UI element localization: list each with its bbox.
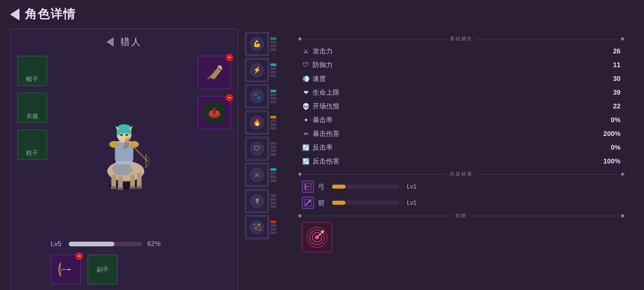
counter-dmg-value: 100% xyxy=(603,157,621,165)
mastery-label: 武器精通 xyxy=(450,171,473,177)
skill-item-4: 🔥 xyxy=(245,110,282,135)
skill-bar xyxy=(270,194,276,197)
skills-section-header: 技能 xyxy=(299,213,624,219)
skills-line-left xyxy=(305,216,452,216)
svg-text:🔥: 🔥 xyxy=(253,118,261,126)
mastery-row-arrow: 箭 Lv1 xyxy=(302,197,621,209)
skill-bar xyxy=(270,149,276,152)
back-button[interactable] xyxy=(10,8,19,20)
skill-bar xyxy=(270,101,276,103)
svg-rect-2 xyxy=(111,175,116,188)
skill-bar xyxy=(270,41,276,44)
stat-row-speed: 💨 速度 30 xyxy=(302,73,621,85)
skill-icon-4[interactable]: 🔥 xyxy=(245,110,269,135)
counter-rate-icon: 🔄 xyxy=(302,144,310,151)
skills-line-right xyxy=(470,216,618,216)
skill-bars-8 xyxy=(270,221,276,234)
skill-bar xyxy=(270,168,276,171)
skill-icon-1[interactable]: 💪 xyxy=(245,32,269,56)
weapon-slots: − − xyxy=(198,56,231,130)
weapon-slot-1[interactable]: − xyxy=(198,56,231,89)
mastery-diamond-left xyxy=(298,172,302,176)
level-bar-fill xyxy=(69,242,114,246)
skill-bar xyxy=(270,179,276,182)
skills-diamond-left xyxy=(298,214,302,218)
hate-icon: 💀 xyxy=(302,103,310,110)
skill-icon-6[interactable]: ⚔ xyxy=(245,163,269,187)
svg-point-17 xyxy=(120,134,123,136)
level-percent: 62% xyxy=(147,240,161,248)
svg-rect-6 xyxy=(111,186,117,189)
svg-text:🛡: 🛡 xyxy=(254,145,260,152)
skill-bar xyxy=(270,37,276,40)
level-row: Lv5 62% xyxy=(17,240,231,248)
stat-row-attack: ⚔ 攻击力 26 xyxy=(302,45,621,57)
offhand-label: 副手 xyxy=(97,265,109,274)
svg-rect-3 xyxy=(118,176,123,189)
svg-text:🏹: 🏹 xyxy=(253,223,261,231)
mastery-bow-level: Lv1 xyxy=(403,183,417,190)
speed-value: 30 xyxy=(613,75,621,83)
skill-bar xyxy=(270,153,276,156)
crit-dmg-value: 200% xyxy=(603,130,621,138)
attack-name: 攻击力 xyxy=(313,47,333,56)
character-name: 猎人 xyxy=(120,36,142,48)
stat-left-counter-dmg: 🔃 反击伤害 xyxy=(302,157,339,166)
speed-name: 速度 xyxy=(313,74,326,83)
bottom-slots: − 副手 xyxy=(17,254,231,285)
main-content: 猎人 帽子 衣服 鞋子 xyxy=(0,29,644,290)
stat-row-hp: ❤ 生命上限 39 xyxy=(302,87,621,98)
skill-bar xyxy=(270,45,276,47)
svg-rect-4 xyxy=(130,175,135,188)
skills-diamond-right xyxy=(621,214,624,218)
svg-text:💪: 💪 xyxy=(253,40,261,48)
level-label: Lv5 xyxy=(51,240,64,248)
character-panel: 猎人 帽子 衣服 鞋子 xyxy=(10,29,238,290)
skill-bar xyxy=(270,205,276,208)
skill-bar xyxy=(270,63,276,66)
skill-bar xyxy=(270,119,276,122)
skill-bar xyxy=(270,127,276,130)
skill-icon-5[interactable]: 🛡 xyxy=(245,137,269,161)
stat-row-counter-dmg: 🔃 反击伤害 100% xyxy=(302,155,621,167)
section-diamond-right xyxy=(621,37,624,41)
crit-rate-value: 0% xyxy=(611,116,621,124)
stat-left-crit-dmg: ✂ 暴击伤害 xyxy=(302,129,339,138)
hp-name: 生命上限 xyxy=(313,88,339,97)
char-prev-button[interactable] xyxy=(106,37,114,47)
header: 角色详情 xyxy=(0,0,644,29)
speed-icon: 💨 xyxy=(302,75,310,83)
skill-bar xyxy=(270,93,276,96)
stat-left-attack: ⚔ 攻击力 xyxy=(302,47,333,56)
weapon-slot-2[interactable]: − xyxy=(198,96,231,130)
skill-bar xyxy=(270,198,276,201)
skill-bars-6 xyxy=(270,168,276,182)
skill-icon-3[interactable]: 🐾 xyxy=(245,84,269,108)
hate-value: 22 xyxy=(613,102,621,110)
weapon-remove-badge-1[interactable]: − xyxy=(226,54,233,61)
section-diamond-left xyxy=(298,37,302,41)
mastery-bow-icon xyxy=(302,181,314,193)
mastery-arrow-level: Lv1 xyxy=(403,199,417,206)
counter-rate-name: 反击率 xyxy=(313,143,333,152)
mastery-bow-bar-fill xyxy=(332,185,345,189)
skill-icon-2[interactable]: ⚡ xyxy=(245,58,269,82)
skill-bars-1 xyxy=(270,37,276,51)
crit-dmg-icon: ✂ xyxy=(302,130,310,138)
skill-bar xyxy=(270,71,276,74)
skill-icon-8[interactable]: 🏹 xyxy=(245,215,269,239)
skill-icon-7[interactable]: 🗡 xyxy=(245,189,269,213)
stat-left-hp: ❤ 生命上限 xyxy=(302,88,339,97)
skill-item-8: 🏹 xyxy=(245,215,282,239)
main-weapon-remove-badge[interactable]: − xyxy=(75,252,83,260)
skill-bar xyxy=(270,228,276,231)
skills-list-panel: 💪 ⚡ 🐾 xyxy=(245,29,282,290)
stat-left-crit-rate: ✦ 暴击率 xyxy=(302,115,333,125)
mastery-arrow-bar-fill xyxy=(332,201,345,205)
skill-item-3: 🐾 xyxy=(245,84,282,108)
offhand-slot[interactable]: 副手 xyxy=(88,254,118,285)
weapon-remove-badge-2[interactable]: − xyxy=(226,94,233,101)
main-weapon-slot[interactable]: − xyxy=(51,254,81,285)
skill-card-target[interactable] xyxy=(302,222,332,252)
stat-row-crit-rate: ✦ 暴击率 0% xyxy=(302,114,621,126)
